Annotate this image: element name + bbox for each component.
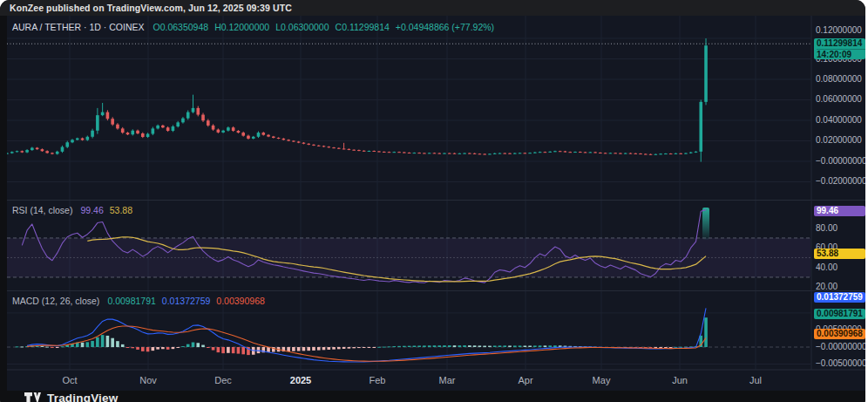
tradingview-footer[interactable]: TradingView bbox=[24, 392, 118, 402]
left-gutter bbox=[0, 16, 7, 391]
time-scale[interactable] bbox=[7, 370, 810, 391]
rsi-pane[interactable] bbox=[7, 201, 810, 290]
chart-share-card: KonZee published on TradingView.com, Jun… bbox=[0, 0, 865, 402]
price-scale[interactable] bbox=[812, 16, 865, 370]
tradingview-wordmark: TradingView bbox=[47, 392, 118, 402]
macd-pane[interactable] bbox=[7, 291, 810, 370]
tradingview-logo-icon bbox=[24, 392, 41, 402]
main-price-pane[interactable] bbox=[7, 16, 810, 199]
